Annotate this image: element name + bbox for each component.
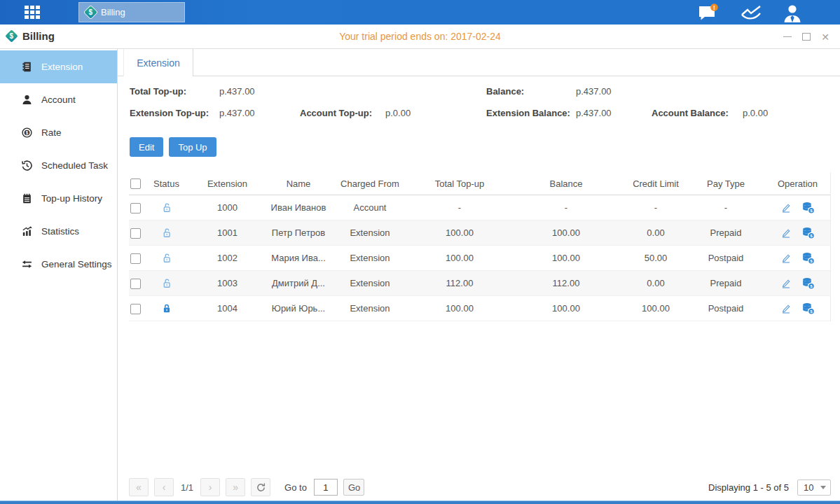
row-checkbox[interactable] xyxy=(130,253,141,264)
coin-icon: $ xyxy=(21,127,33,139)
cell-total-topup: 100.00 xyxy=(412,253,507,263)
edit-button[interactable]: Edit xyxy=(130,137,163,157)
goto-page-input[interactable] xyxy=(314,479,338,496)
header-pay-type: Pay Type xyxy=(687,178,765,189)
sidebar-item-scheduled-task[interactable]: Scheduled Task xyxy=(0,149,117,182)
row-checkbox[interactable] xyxy=(130,279,141,289)
select-all-checkbox[interactable] xyxy=(130,178,141,189)
header-name: Name xyxy=(269,178,328,189)
cell-pay-type: Prepaid xyxy=(687,227,765,238)
extension-balance-label: Extension Balance: xyxy=(486,108,570,118)
sidebar-item-rate[interactable]: $ Rate xyxy=(0,116,117,149)
person-icon xyxy=(21,94,33,106)
tab-strip: Extension xyxy=(118,49,840,76)
sidebar: Extension Account $ Rate xyxy=(0,49,118,501)
topup-row-icon[interactable]: $ xyxy=(801,302,815,316)
edit-row-icon[interactable] xyxy=(780,253,792,264)
goto-label: Go to xyxy=(284,482,307,493)
app-grid-icon[interactable] xyxy=(25,6,48,20)
sidebar-item-topup-history[interactable]: Top-up History xyxy=(0,182,117,215)
close-icon[interactable]: ✕ xyxy=(820,32,830,42)
extension-table: Status Extension Name Charged From Total… xyxy=(129,172,831,321)
lock-status-icon xyxy=(160,202,173,212)
cell-balance: 100.00 xyxy=(507,303,625,314)
topup-row-icon[interactable]: $ xyxy=(801,276,815,290)
table-row: 1000 Иван Иванов Account - - - - $ xyxy=(129,195,830,220)
ledger-icon xyxy=(21,61,33,73)
account-balance-value: p.0.00 xyxy=(743,108,768,118)
account-topup-value: p.0.00 xyxy=(385,108,411,118)
cell-extension: 1001 xyxy=(186,227,269,238)
row-checkbox[interactable] xyxy=(130,304,141,314)
cell-credit-limit: 100.00 xyxy=(625,303,687,314)
summary-row-1: Total Top-up: p.437.00 Balance: p.437.00 xyxy=(118,85,840,99)
go-button[interactable]: Go xyxy=(343,479,364,496)
refresh-button[interactable] xyxy=(251,478,270,496)
sliders-icon xyxy=(21,258,33,270)
edit-row-icon[interactable] xyxy=(780,303,792,314)
topup-row-icon[interactable]: $ xyxy=(801,251,815,265)
sidebar-item-label: Extension xyxy=(41,62,83,72)
last-page-button[interactable]: » xyxy=(226,478,245,496)
cell-pay-type: Postpaid xyxy=(687,253,765,263)
window-titlebar: $ Billing Your trial period ends on: 201… xyxy=(0,24,840,49)
header-total-topup: Total Top-up xyxy=(412,178,507,189)
tab-extension[interactable]: Extension xyxy=(123,49,193,76)
edit-row-icon[interactable] xyxy=(780,227,792,239)
maximize-icon[interactable] xyxy=(801,32,811,42)
first-page-button[interactable]: « xyxy=(129,478,149,496)
chevron-down-icon xyxy=(820,486,826,489)
cell-extension: 1004 xyxy=(186,303,269,314)
billing-summary: Total Top-up: p.437.00 Balance: p.437.00… xyxy=(118,76,840,120)
balance-label: Balance: xyxy=(486,86,524,97)
svg-text:$: $ xyxy=(810,233,813,238)
minimize-icon[interactable] xyxy=(783,32,792,42)
svg-text:$: $ xyxy=(810,208,813,213)
lock-status-icon xyxy=(160,302,173,313)
cell-balance: 112.00 xyxy=(507,278,625,288)
table-header-row: Status Extension Name Charged From Total… xyxy=(129,172,830,195)
topup-row-icon[interactable]: $ xyxy=(801,201,815,215)
row-checkbox[interactable] xyxy=(130,203,141,214)
displaying-count: Displaying 1 - 5 of 5 xyxy=(708,482,789,493)
svg-text:$: $ xyxy=(810,258,813,263)
sidebar-item-general-settings[interactable]: General Settings xyxy=(0,248,117,281)
cell-total-topup: 112.00 xyxy=(412,278,507,288)
header-status: Status xyxy=(147,178,186,189)
table-row: 1001 Петр Петров Extension 100.00 100.00… xyxy=(129,220,830,246)
edit-row-icon[interactable] xyxy=(780,278,792,289)
sidebar-item-label: Rate xyxy=(41,127,62,138)
balance-value: p.437.00 xyxy=(576,86,612,97)
desktop-topbar: $ Billing ! xyxy=(0,0,840,24)
edit-row-icon[interactable] xyxy=(780,202,792,214)
cell-balance: - xyxy=(507,202,625,213)
topup-row-icon[interactable]: $ xyxy=(801,226,815,240)
billing-dollar-diamond-icon: $ xyxy=(84,6,97,18)
row-checkbox[interactable] xyxy=(130,228,141,239)
statistics-monitor-icon[interactable] xyxy=(739,4,763,22)
taskbar-tab-billing[interactable]: $ Billing xyxy=(78,2,185,22)
extension-topup-value: p.437.00 xyxy=(219,108,255,118)
topup-button[interactable]: Top Up xyxy=(169,137,216,157)
prev-page-button[interactable]: ‹ xyxy=(154,478,174,496)
user-account-icon[interactable] xyxy=(781,4,805,22)
svg-text:$: $ xyxy=(810,309,813,314)
total-topup-label: Total Top-up: xyxy=(130,86,186,97)
account-balance-label: Account Balance: xyxy=(652,108,729,118)
svg-text:$: $ xyxy=(810,284,813,288)
cell-total-topup: - xyxy=(412,202,507,213)
notifications-icon[interactable]: ! xyxy=(696,4,720,22)
sidebar-item-account[interactable]: Account xyxy=(0,83,117,116)
cell-extension: 1003 xyxy=(186,278,269,288)
page-size-select[interactable]: 10 xyxy=(797,479,831,496)
cell-extension: 1000 xyxy=(186,202,269,213)
cell-charged-from: Account xyxy=(328,202,412,213)
pagination-bar: « ‹ 1/1 › » Go to Go Displaying 1 - 5 of… xyxy=(129,477,831,497)
cell-pay-type: Postpaid xyxy=(687,303,765,314)
cell-extension: 1002 xyxy=(186,253,269,263)
sidebar-item-statistics[interactable]: Statistics xyxy=(0,215,117,248)
sidebar-item-extension[interactable]: Extension xyxy=(0,50,117,83)
next-page-button[interactable]: › xyxy=(200,478,220,496)
cell-balance: 100.00 xyxy=(507,253,625,263)
cell-charged-from: Extension xyxy=(328,227,412,238)
